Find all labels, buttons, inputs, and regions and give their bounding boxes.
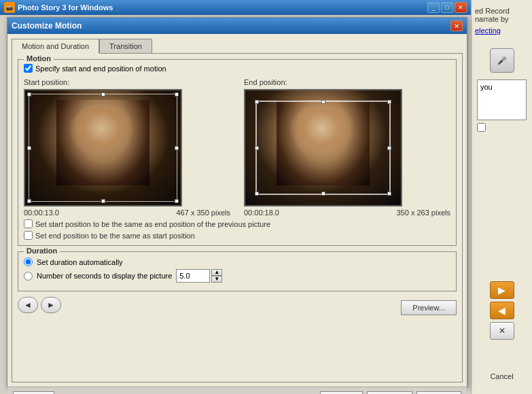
spinner-up-button[interactable]: ▲ [211, 269, 222, 276]
end-image-container[interactable] [244, 89, 402, 207]
app-titlebar: 📷 Photo Story 3 for Windows _ □ ✕ [0, 0, 471, 15]
end-pixels: 350 x 263 pixels [397, 209, 451, 217]
bg-textarea[interactable]: you [477, 79, 527, 120]
bg-checkbox[interactable] [477, 123, 486, 132]
background-panel: ed Record narrate by electing 🎤 you ▶ ◀ … [471, 0, 532, 394]
bg-x-button[interactable]: ✕ [490, 322, 514, 340]
same-as-start-label: Set end position to be the same as start… [35, 232, 195, 240]
nav-row: ◄ ► [18, 297, 61, 313]
end-handle-tr[interactable] [387, 100, 391, 104]
customize-motion-dialog: Customize Motion ✕ Motion and Duration T… [7, 17, 467, 387]
end-selection-overlay [255, 101, 391, 195]
footer-right-buttons: Save Reset Close [320, 391, 461, 394]
dialog-title: Customize Motion [12, 21, 82, 31]
checkbox1-row: Set start position to be the same as end… [24, 219, 450, 228]
spinner-down-button[interactable]: ▼ [211, 276, 222, 283]
duration-legend: Duration [24, 247, 60, 255]
tabs-container: Motion and Duration Transition [12, 38, 463, 53]
end-label: End position: [244, 78, 450, 86]
same-as-end-prev-label: Set start position to be the same as end… [35, 220, 270, 228]
specify-motion-row: Specify start and end position of motion [24, 64, 450, 73]
dialog-close-button[interactable]: ✕ [450, 20, 463, 31]
next-button[interactable]: ► [41, 297, 61, 313]
end-handle-tc[interactable] [321, 100, 325, 104]
maximize-button[interactable]: □ [441, 2, 453, 13]
specify-motion-label: Specify start and end position of motion [35, 65, 166, 73]
help-button[interactable]: Help [13, 391, 54, 394]
end-handle-bc[interactable] [321, 192, 325, 196]
end-handle-bl[interactable] [255, 192, 259, 196]
end-handle-tl[interactable] [255, 100, 259, 104]
reset-button[interactable]: Reset [367, 391, 412, 394]
tab-transition[interactable]: Transition [99, 39, 152, 54]
dialog-titlebar: Customize Motion ✕ [7, 18, 467, 34]
motion-fieldset: Motion Specify start and end position of… [18, 59, 457, 246]
end-image-info: 00:00:18.0 350 x 263 pixels [244, 209, 450, 217]
end-position-section: End position: [244, 78, 450, 217]
bg-link[interactable]: electing [475, 26, 529, 35]
tab-content-motion: Motion Specify start and end position of… [12, 53, 463, 382]
auto-duration-label: Set duration automatically [37, 258, 123, 266]
bg-text-2: narrate by [475, 15, 529, 23]
auto-duration-radio[interactable] [24, 257, 33, 266]
duration-fieldset: Duration Set duration automatically Numb… [18, 251, 457, 291]
seconds-input[interactable] [176, 269, 210, 283]
prev-button[interactable]: ◄ [18, 297, 38, 313]
manual-duration-radio[interactable] [24, 272, 33, 281]
minimize-button[interactable]: _ [427, 2, 440, 13]
tab-motion[interactable]: Motion and Duration [12, 39, 99, 54]
motion-legend: Motion [24, 54, 54, 62]
same-as-start-checkbox[interactable] [24, 231, 33, 240]
images-row: Start position: [24, 78, 450, 217]
bg-back-button[interactable]: ◀ [490, 302, 514, 319]
end-handle-ml[interactable] [255, 146, 259, 150]
start-image-container[interactable] [24, 89, 182, 207]
microphone-button[interactable]: 🎤 [490, 48, 514, 73]
specify-motion-checkbox[interactable] [24, 64, 33, 73]
end-handle-mr[interactable] [387, 146, 391, 150]
spinner-buttons: ▲ ▼ [211, 269, 222, 283]
same-as-end-prev-checkbox[interactable] [24, 219, 33, 228]
close-button[interactable]: Close [416, 391, 461, 394]
dialog-body: Motion and Duration Transition Motion Sp… [7, 34, 467, 387]
app-title: Photo Story 3 for Windows [18, 3, 113, 12]
seconds-spinner: ▲ ▼ [176, 269, 222, 283]
end-time: 00:00:18.0 [244, 209, 279, 217]
checkbox2-row: Set end position to be the same as start… [24, 231, 450, 240]
bg-next-button[interactable]: ▶ [490, 281, 514, 299]
preview-button[interactable]: Preview... [401, 300, 457, 315]
save-button[interactable]: Save [320, 391, 363, 394]
start-label: Start position: [24, 78, 230, 86]
start-photo [25, 90, 181, 205]
app-close-button[interactable]: ✕ [455, 2, 467, 13]
dialog-footer: Help Save Reset Close [7, 387, 467, 394]
start-image-info: 00:00:13.0 467 x 350 pixels [24, 209, 230, 217]
seconds-label: Number of seconds to display the picture [37, 272, 172, 280]
manual-duration-row: Number of seconds to display the picture… [24, 269, 450, 283]
auto-duration-row: Set duration automatically [24, 257, 450, 266]
start-pixels: 467 x 350 pixels [177, 209, 231, 217]
app-icon: 📷 [4, 2, 15, 13]
start-position-section: Start position: [24, 78, 230, 217]
bg-text-1: ed Record [475, 7, 529, 15]
end-handle-br[interactable] [387, 192, 391, 196]
cancel-label: Cancel [490, 372, 513, 380]
start-time: 00:00:13.0 [24, 209, 59, 217]
